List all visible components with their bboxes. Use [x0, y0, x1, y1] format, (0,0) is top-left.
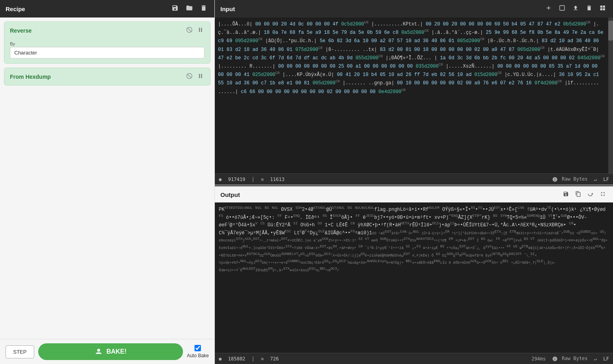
svg-line-1: [187, 28, 191, 31]
copy-output-button[interactable]: [574, 190, 583, 199]
hex-line-11: |....KP.ÚbÿxÂ(e.Ú| 00 41 20 10 b4 05 10 …: [282, 72, 502, 78]
hex-line-1: |..........KPtxt.| 00 20 00 20 00 00 00 …: [371, 21, 590, 27]
input-header: Input: [215, 0, 613, 18]
from-hexdump-step: From Hexdump: [4, 68, 210, 86]
output-time: 294ms: [531, 356, 546, 362]
recipe-title: Recipe: [6, 6, 165, 12]
svg-point-8: [97, 349, 100, 352]
reverse-by-value[interactable]: Character: [10, 47, 204, 58]
input-lines-count: 11613: [270, 177, 284, 182]
delete-recipe-button[interactable]: [198, 4, 209, 14]
output-content-wrap: PKETXEOTSOc4NUL NUL BS NUL ÐVSX SOH2•4ØS…: [215, 202, 613, 353]
input-lf-icon: ↵: [594, 177, 597, 182]
reverse-step-label: Reverse: [10, 27, 32, 34]
input-lines-icon: ≡: [261, 177, 264, 182]
reverse-pause-button[interactable]: [197, 26, 204, 35]
save-recipe-button[interactable]: [170, 4, 180, 14]
auto-bake-label: Auto Bake: [187, 353, 209, 358]
hex-line-0: |....ÕÀ...õ| 00 00 00 20 4d 0c 00 00 00 …: [218, 21, 368, 27]
svg-rect-6: [199, 74, 200, 78]
output-bytes-count: 185802: [228, 356, 245, 362]
output-lf-label: LF: [603, 356, 609, 362]
output-header: Output: [215, 187, 613, 202]
reverse-step-body: By Character: [4, 39, 210, 63]
output-lf-icon: ↵: [594, 356, 597, 362]
from-hexdump-step-label: From Hexdump: [10, 74, 51, 80]
hexdump-pause-button[interactable]: [197, 72, 204, 81]
output-text: PKETXEOTSOc4NUL NUL BS NUL ÐVSX SOH2•4ØS…: [219, 207, 608, 273]
reverse-by-label: By: [10, 41, 204, 46]
output-lines-count: 726: [270, 356, 279, 362]
from-hexdump-step-header: From Hexdump: [4, 68, 210, 85]
add-input-button[interactable]: [544, 4, 553, 14]
bake-label: BAKE!: [106, 348, 126, 355]
output-statusbar-divider1: |: [252, 356, 255, 362]
hex-display[interactable]: |....ÕÀ...õ| 00 00 00 20 4d 0c 00 00 00 …: [215, 18, 608, 173]
hex-line-9: |......... R.......| 00 00 00 00 00 00 0…: [218, 64, 443, 69]
output-lines-icon: ≡: [261, 356, 264, 362]
reverse-disable-button[interactable]: [185, 26, 193, 35]
input-statusbar-divider1: |: [252, 177, 255, 182]
svg-rect-7: [201, 74, 202, 78]
hex-line-6: |8-......... ..tx| 83 d2 00 81 00 10 00 …: [325, 47, 545, 53]
input-title: Input: [220, 6, 540, 12]
output-title: Output: [220, 191, 557, 198]
reverse-step: Reverse By Character: [4, 21, 210, 64]
save-output-button[interactable]: [561, 190, 570, 199]
bake-button[interactable]: BAKE!: [38, 343, 183, 360]
input-header-icons: [544, 4, 607, 14]
clear-input-button[interactable]: [584, 4, 594, 14]
recipe-header: Recipe: [0, 0, 214, 18]
svg-rect-9: [560, 6, 564, 10]
svg-rect-3: [201, 28, 202, 32]
output-display[interactable]: PKETXEOTSOc4NUL NUL BS NUL ÐVSX SOH2•4ØS…: [215, 202, 613, 277]
reverse-step-controls: [185, 26, 204, 35]
input-scrollbar[interactable]: [608, 18, 613, 173]
recipe-footer: STEP BAKE! Auto Bake: [0, 339, 214, 364]
auto-bake-checkbox[interactable]: [195, 345, 201, 351]
recipe-icons: [170, 4, 209, 14]
input-section: |....ÕÀ...õ| 00 00 00 20 4d 0c 00 00 00 …: [215, 18, 613, 185]
svg-line-5: [187, 74, 191, 78]
from-hexdump-step-controls: [185, 72, 204, 81]
output-section: Output P: [215, 187, 613, 364]
replace-output-button[interactable]: [586, 190, 595, 199]
input-statusbar: ● 917419 | ≡ 11613 Raw Bytes ↵ LF: [215, 173, 613, 185]
output-raw-bytes-button[interactable]: Raw Bytes: [552, 356, 588, 362]
new-window-button[interactable]: [557, 4, 567, 14]
svg-rect-2: [199, 28, 200, 32]
reverse-step-header: Reverse: [4, 22, 210, 39]
hex-line-4: |åΩ(Ó|..*pu.Úc.h.| 5e 6b 82 3d 6a 10 00 …: [265, 38, 485, 44]
open-recipe-button[interactable]: [184, 4, 195, 14]
recipe-content: Reverse By Character: [0, 18, 214, 339]
hex-content-wrap: |....ÕÀ...õ| 00 00 00 20 4d 0c 00 00 00 …: [215, 18, 613, 173]
output-header-icons: [561, 190, 607, 199]
expand-output-button[interactable]: [598, 190, 607, 199]
right-panel: Input |..: [215, 0, 613, 364]
output-bytes-icon: ●: [219, 356, 222, 362]
input-raw-bytes-button[interactable]: Raw Bytes: [552, 176, 588, 182]
hexdump-disable-button[interactable]: [185, 72, 193, 81]
output-statusbar: ● 185802 | ≡ 726 294ms Raw Bytes ↵ LF: [215, 353, 613, 364]
auto-bake-area: Auto Bake: [187, 345, 209, 358]
left-panel: Recipe Reverse: [0, 0, 215, 364]
input-bytes-icon: ●: [219, 177, 222, 182]
step-button[interactable]: STEP: [6, 345, 34, 358]
input-lf-label: LF: [603, 177, 609, 182]
hex-line-8: |¡ÐÀÓ¶»²Î..ÕZ... | 1a 0d 3c 3d 6b bb 2b …: [385, 55, 605, 61]
export-input-button[interactable]: [571, 4, 580, 14]
hex-line-13: |....... ..gnp.ga| 00 10 00 00 00 00 00 …: [343, 80, 562, 86]
input-bytes-count: 917419: [228, 177, 245, 182]
layout-input-button[interactable]: [598, 4, 607, 14]
